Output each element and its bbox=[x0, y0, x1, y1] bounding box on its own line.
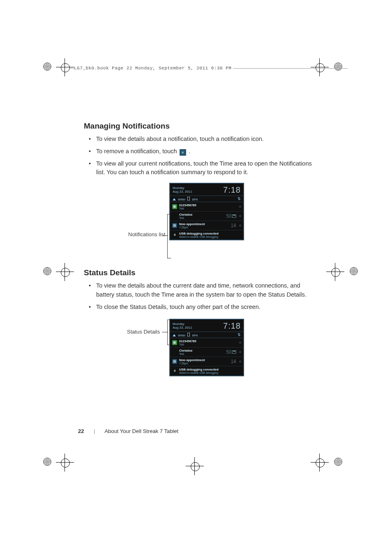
panel-status-row: Writer 84% ⇅ bbox=[170, 196, 243, 202]
panel-fulldate: Aug 22, 2011 bbox=[173, 190, 192, 194]
battery-pct: 84% bbox=[192, 198, 198, 201]
registration-mark-ml bbox=[56, 263, 74, 281]
notification-row: ▣0123456789Test× bbox=[170, 338, 243, 348]
bullet-text-prefix: To remove a notification, touch bbox=[96, 148, 179, 154]
network-name: Writer bbox=[178, 334, 186, 337]
panel-time: 7:18 bbox=[223, 185, 241, 195]
footer-separator: | bbox=[94, 428, 95, 434]
notification-body: ChristineTest bbox=[179, 349, 224, 355]
notification-subtitle: Select to disable USB debugging bbox=[179, 371, 236, 374]
panel-time: 7:18 bbox=[223, 321, 241, 331]
notification-title: Christine bbox=[179, 213, 224, 216]
notification-body: 0123456789Test bbox=[179, 339, 234, 346]
dismiss-icon: × bbox=[239, 214, 241, 218]
callout-status-details: Status Details bbox=[127, 329, 160, 335]
battery-icon bbox=[187, 333, 190, 336]
page-footer: 22 | About Your Dell Streak 7 Tablet bbox=[78, 428, 178, 434]
status-panel-screenshot: Monday Aug 22, 2011 7:18 Writer 84% ⇅ ▣0… bbox=[169, 319, 244, 376]
page-number: 22 bbox=[78, 428, 84, 434]
usb-icon: ⋔ bbox=[172, 368, 177, 373]
panel-date: Monday Aug 22, 2011 bbox=[173, 187, 192, 194]
wifi-icon bbox=[173, 334, 176, 336]
notification-badge: 50 bbox=[226, 213, 236, 219]
notification-title: New appointment bbox=[179, 222, 228, 226]
doc-source-header: LG7_bk0.book Page 22 Monday, September 5… bbox=[74, 66, 233, 71]
blank-icon bbox=[172, 214, 177, 219]
notification-row: ChristineTest50× bbox=[170, 212, 243, 221]
dismiss-icon: × bbox=[239, 205, 241, 209]
notification-row: ▦New appointment7:28pm14× bbox=[170, 221, 243, 230]
network-name: Writer bbox=[178, 198, 186, 201]
cal-icon: ▦ bbox=[172, 223, 177, 228]
notification-row: ⋔USB debugging connectedSelect to disabl… bbox=[170, 230, 243, 240]
usb-icon: ⋔ bbox=[172, 233, 177, 237]
blank-icon bbox=[172, 350, 177, 355]
callout-text: Status Details bbox=[127, 329, 160, 335]
notification-subtitle: Select to disable USB debugging bbox=[179, 235, 236, 238]
notification-badge: 14 bbox=[231, 223, 236, 228]
notification-body: 0123456789Test bbox=[179, 203, 234, 210]
callout-text: Notifications list bbox=[128, 231, 165, 237]
registration-mark-br bbox=[311, 454, 329, 472]
bullet-item: To remove a notification, touch × . bbox=[96, 147, 314, 156]
notification-title: 0123456789 bbox=[179, 203, 234, 207]
figure-status-details-panel: Status Details Monday Aug 22, 2011 7:18 … bbox=[84, 317, 314, 399]
notification-body: USB debugging connectedSelect to disable… bbox=[179, 368, 236, 374]
bullet-item: To view all your current notifications, … bbox=[96, 159, 314, 177]
notification-subtitle: Test bbox=[179, 216, 224, 219]
notification-body: New appointment7:28pm bbox=[179, 222, 228, 229]
notification-rows: ▣0123456789Test×ChristineTest50×▦New app… bbox=[170, 202, 243, 240]
panel-fulldate: Aug 22, 2011 bbox=[173, 326, 192, 330]
mail-icon bbox=[232, 350, 236, 354]
notification-subtitle: 7:28pm bbox=[179, 226, 228, 229]
heading-status-details: Status Details bbox=[84, 268, 314, 277]
panel-status-row: Writer 84% ⇅ bbox=[170, 332, 243, 338]
registration-mark-b bbox=[186, 457, 204, 475]
notification-row: ▣0123456789Test× bbox=[170, 202, 243, 212]
crop-disc-tr bbox=[334, 62, 342, 71]
settings-slider-icon: ⇅ bbox=[238, 333, 241, 337]
heading-managing-notifications: Managing Notifications bbox=[84, 122, 314, 131]
crop-disc-bl bbox=[43, 458, 51, 466]
notification-subtitle: 7:28pm bbox=[179, 362, 228, 365]
footer-chapter: About Your Dell Streak 7 Tablet bbox=[104, 428, 178, 434]
notification-row: ▦New appointment7:28pm14× bbox=[170, 357, 243, 366]
settings-slider-icon: ⇅ bbox=[238, 197, 241, 201]
notification-title: 0123456789 bbox=[179, 339, 234, 343]
notification-rows: ▣0123456789Test×ChristineTest50×▦New app… bbox=[170, 338, 243, 375]
notification-subtitle: Test bbox=[179, 352, 224, 355]
notification-row: ⋔USB debugging connectedSelect to disabl… bbox=[170, 366, 243, 375]
notification-title: New appointment bbox=[179, 358, 228, 362]
notification-panel-screenshot: Monday Aug 22, 2011 7:18 Writer 84% ⇅ ▣0… bbox=[169, 183, 244, 240]
notification-subtitle: Test bbox=[179, 207, 234, 210]
bullet-item: To view the details about the current da… bbox=[96, 281, 314, 299]
notification-body: ChristineTest bbox=[179, 213, 224, 219]
notification-title: USB debugging connected bbox=[179, 232, 236, 235]
registration-mark-tr bbox=[311, 58, 329, 76]
bullet-text-suffix: . bbox=[189, 148, 190, 154]
bullet-item: To close the Status Details, touch any o… bbox=[96, 303, 314, 312]
notification-body: USB debugging connectedSelect to disable… bbox=[179, 232, 236, 238]
dismiss-icon: × bbox=[239, 223, 241, 228]
battery-pct: 84% bbox=[192, 334, 198, 337]
bullet-list-2: To view the details about the current da… bbox=[84, 281, 314, 311]
crop-disc-tl bbox=[43, 62, 51, 71]
bullet-list-1: To view the details about a notification… bbox=[84, 135, 314, 177]
notification-title: USB debugging connected bbox=[179, 368, 236, 371]
bullet-item: To view the details about a notification… bbox=[96, 135, 314, 144]
mail-icon bbox=[232, 214, 236, 218]
wifi-icon bbox=[173, 198, 176, 200]
registration-mark-mr bbox=[326, 263, 344, 281]
registration-mark-bl bbox=[56, 454, 74, 472]
dismiss-icon: × bbox=[239, 359, 241, 364]
battery-icon bbox=[187, 197, 190, 200]
notification-badge: 14 bbox=[231, 359, 236, 364]
close-icon: × bbox=[180, 149, 186, 156]
crop-disc-br bbox=[334, 458, 342, 466]
panel-date: Monday Aug 22, 2011 bbox=[173, 322, 192, 330]
figure-notifications-panel: Notifications list Monday Aug 22, 2011 7… bbox=[84, 183, 314, 260]
dismiss-icon: × bbox=[239, 341, 241, 345]
notification-body: New appointment7:28pm bbox=[179, 358, 228, 365]
crop-disc-ml1 bbox=[43, 267, 51, 275]
chat-icon: ▣ bbox=[172, 204, 177, 209]
